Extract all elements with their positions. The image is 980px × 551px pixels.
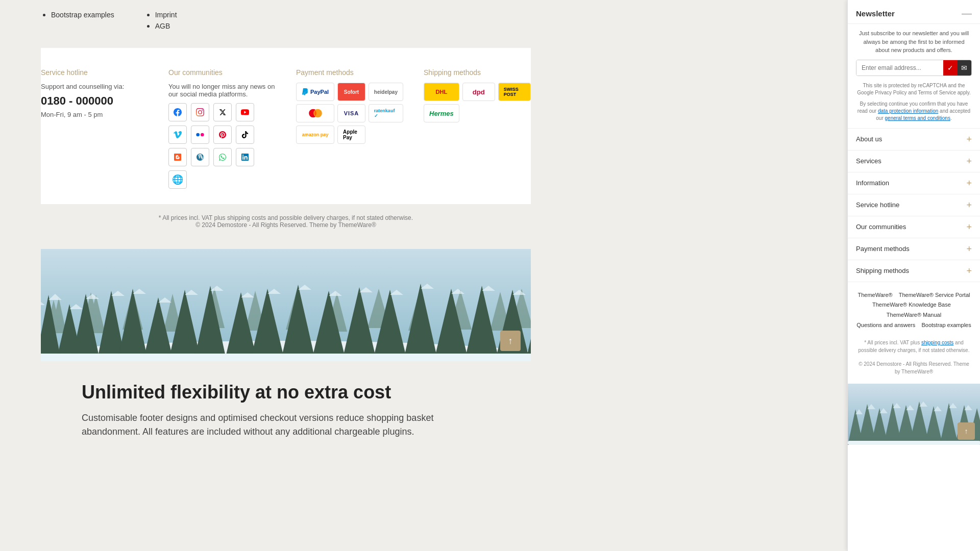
accordion-information-header[interactable]: Information + <box>848 172 980 194</box>
hermes-badge: Hermes <box>424 104 459 122</box>
accordion-about-us-header[interactable]: About us + <box>848 129 980 150</box>
vimeo-icon[interactable] <box>168 126 187 144</box>
top-links: Bootstrap examples Imprint AGB <box>41 0 531 48</box>
shipping-methods-section: Shipping methods DHL dpd SWISS POST Herm… <box>424 68 531 189</box>
marketing-body: Customisable footer designs and optimise… <box>82 411 439 439</box>
accordion-communities: Our communities + <box>848 216 980 238</box>
twitter-x-icon[interactable] <box>213 103 232 121</box>
web-icon[interactable]: 🌐 <box>168 170 187 189</box>
blogger-icon[interactable] <box>168 148 187 166</box>
newsletter-title: Newsletter <box>856 9 895 18</box>
instagram-icon[interactable] <box>191 103 209 121</box>
flickr-icon[interactable] <box>191 126 209 144</box>
wordpress-icon[interactable] <box>191 148 209 166</box>
accordion-information: Information + <box>848 172 980 194</box>
accordion-payment-methods-label: Payment methods <box>856 245 910 253</box>
accordion-service-hotline-toggle-icon: + <box>966 201 972 210</box>
sidebar-scroll-top-button[interactable]: ↑ <box>958 422 975 440</box>
accordion-service-hotline: Service hotline + <box>848 194 980 216</box>
accordion-service-hotline-header[interactable]: Service hotline + <box>848 194 980 216</box>
forest-image: ↑ <box>41 249 531 361</box>
accordion-service-hotline-label: Service hotline <box>856 201 899 209</box>
newsletter-input-row: ✓ ✉ <box>856 60 972 76</box>
vat-notice: * All prices incl. VAT plus shipping cos… <box>159 214 413 221</box>
svg-point-1 <box>201 133 204 137</box>
accordion-communities-header[interactable]: Our communities + <box>848 216 980 238</box>
accordion-shipping-methods-header[interactable]: Shipping methods + <box>848 260 980 282</box>
consent-text: By selecting continue you confirm that y… <box>848 101 980 128</box>
newsletter-email-input[interactable] <box>856 60 943 76</box>
accordion-services: Services + <box>848 151 980 172</box>
linkedin-icon[interactable] <box>236 148 254 166</box>
send-icon: ✉ <box>961 64 967 72</box>
newsletter-submit-button[interactable]: ✉ <box>958 60 972 76</box>
data-protection-link[interactable]: data protection information <box>878 108 938 114</box>
amazon-pay-badge: amazon pay <box>296 126 334 144</box>
accordion-services-toggle-icon: + <box>966 157 972 166</box>
bootstrap-examples-sidebar-link[interactable]: Bootstrap examples <box>921 322 971 328</box>
pinterest-icon[interactable] <box>213 126 232 144</box>
footer-main: Service hotline Support and counselling … <box>41 48 531 204</box>
themeware-knowledge-base-link[interactable]: ThemeWare® Knowledge Base <box>872 302 951 308</box>
youtube-icon[interactable] <box>236 103 254 121</box>
accordion-about-us-toggle-icon: + <box>966 135 972 144</box>
accordion-payment-methods: Payment methods + <box>848 238 980 260</box>
business-hours: Mon-Fri, 9 am - 5 pm <box>41 111 148 118</box>
agb-link[interactable]: AGB <box>155 22 170 30</box>
facebook-icon[interactable] <box>168 103 187 121</box>
communities-desc: You will no longer miss any news on our … <box>168 83 276 98</box>
phone-number: 0180 - 000000 <box>41 94 148 108</box>
imprint-link[interactable]: Imprint <box>155 11 177 19</box>
accordion-payment-methods-toggle-icon: + <box>966 244 972 254</box>
recaptcha-text: This site is protected by reCAPTCHA and … <box>848 80 980 101</box>
bootstrap-examples-link[interactable]: Bootstrap examples <box>51 11 114 19</box>
sidebar-vat-notice: * All prices incl. VAT plus shipping cos… <box>848 339 980 358</box>
payment-methods-section: Payment methods PayPal Sofort heidelpay … <box>296 68 403 189</box>
newsletter-header: Newsletter — <box>848 0 980 24</box>
accordion-services-header[interactable]: Services + <box>848 151 980 172</box>
shipping-grid: DHL dpd SWISS POST Hermes <box>424 83 531 122</box>
sidebar-panel: Newsletter — Just subscribe to our newsl… <box>847 0 980 551</box>
whatsapp-icon[interactable] <box>213 148 232 166</box>
apple-pay-badge: Apple Pay <box>337 126 365 144</box>
accordion-shipping-methods-toggle-icon: + <box>966 266 972 276</box>
shipping-methods-heading: Shipping methods <box>424 68 531 77</box>
ratenkauf-badge: ratenkauf ✓ <box>369 104 403 122</box>
marketing-headline: Unlimited flexibility at no extra cost <box>82 382 490 403</box>
accordion-services-label: Services <box>856 157 881 165</box>
sidebar-shipping-costs-link[interactable]: shipping costs <box>921 340 953 345</box>
sidebar-copyright: © 2024 Demostore - All Rights Reserved. … <box>848 358 980 384</box>
terms-link[interactable]: general terms and conditions <box>885 115 950 121</box>
communities-section: Our communities You will no longer miss … <box>168 68 276 189</box>
dpd-badge: dpd <box>462 83 495 101</box>
payment-grid: PayPal Sofort heidelpay VISA ratenkauf ✓… <box>296 83 403 144</box>
heidelpay-badge: heidelpay <box>369 83 403 101</box>
newsletter-close-button[interactable]: — <box>962 8 972 18</box>
sidebar-footer-links: ThemeWare® ThemeWare® Service Portal The… <box>848 282 980 339</box>
sidebar-forest-image: ↑ <box>848 384 980 445</box>
payment-methods-heading: Payment methods <box>296 68 403 77</box>
accordion-information-label: Information <box>856 179 889 187</box>
mastercard-badge <box>296 104 334 122</box>
themeware-link[interactable]: ThemeWare® <box>858 292 893 298</box>
svg-rect-81 <box>848 441 980 445</box>
marketing-section: Unlimited flexibility at no extra cost C… <box>41 361 531 459</box>
support-text: Support and counselling via: <box>41 83 148 90</box>
svg-point-0 <box>196 133 200 137</box>
swisspost-badge: SWISS POST <box>498 83 531 101</box>
dhl-badge: DHL <box>424 83 459 101</box>
social-icons-grid: 🌐 <box>168 103 276 189</box>
recaptcha-icon: ✓ <box>947 64 953 72</box>
footer-bottom: * All prices incl. VAT plus shipping cos… <box>41 204 531 239</box>
service-hotline-section: Service hotline Support and counselling … <box>41 68 148 189</box>
themeware-service-portal-link[interactable]: ThemeWare® Service Portal <box>899 292 970 298</box>
questions-answers-link[interactable]: Questions and answers <box>856 322 915 328</box>
paypal-badge: PayPal <box>296 83 334 101</box>
visa-badge: VISA <box>337 104 365 122</box>
tiktok-icon[interactable] <box>236 126 254 144</box>
accordion-payment-methods-header[interactable]: Payment methods + <box>848 238 980 260</box>
themeware-manual-link[interactable]: ThemeWare® Manual <box>887 312 941 318</box>
newsletter-recaptcha-button[interactable]: ✓ <box>943 60 958 76</box>
accordion-information-toggle-icon: + <box>966 179 972 188</box>
scroll-top-button[interactable]: ↑ <box>500 331 521 351</box>
